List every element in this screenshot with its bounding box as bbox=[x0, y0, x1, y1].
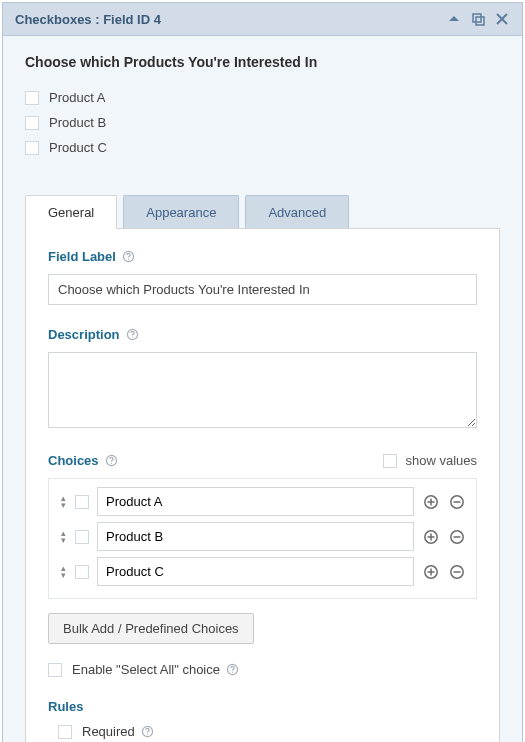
preview-title: Choose which Products You're Interested … bbox=[25, 54, 500, 70]
field-label-heading: Field Label bbox=[48, 249, 477, 264]
add-choice-icon[interactable] bbox=[422, 493, 440, 511]
default-checkbox[interactable] bbox=[75, 565, 89, 579]
svg-point-26 bbox=[232, 672, 233, 673]
preview-option: Product A bbox=[25, 90, 500, 105]
preview-option-label: Product A bbox=[49, 90, 105, 105]
choice-row: ▴▾ bbox=[59, 557, 466, 586]
required-toggle[interactable]: Required bbox=[58, 724, 477, 739]
panel-header: Checkboxes : Field ID 4 bbox=[3, 3, 522, 36]
choices-label-text: Choices bbox=[48, 453, 99, 468]
rules-heading: Rules bbox=[48, 699, 477, 714]
choice-input[interactable] bbox=[97, 487, 414, 516]
checkbox-icon bbox=[58, 725, 72, 739]
help-icon[interactable] bbox=[122, 250, 136, 264]
rules-block: Rules Required bbox=[48, 699, 477, 739]
select-all-label: Enable "Select All" choice bbox=[72, 662, 220, 677]
collapse-icon[interactable] bbox=[446, 11, 462, 27]
description-label-text: Description bbox=[48, 327, 120, 342]
drag-handle-icon[interactable]: ▴▾ bbox=[59, 565, 67, 579]
help-icon[interactable] bbox=[105, 454, 119, 468]
choice-row: ▴▾ bbox=[59, 487, 466, 516]
settings-tabs: General Appearance Advanced bbox=[25, 195, 500, 229]
remove-choice-icon[interactable] bbox=[448, 563, 466, 581]
select-all-toggle[interactable]: Enable "Select All" choice bbox=[48, 662, 477, 677]
remove-choice-icon[interactable] bbox=[448, 493, 466, 511]
svg-point-7 bbox=[132, 337, 133, 338]
choice-row: ▴▾ bbox=[59, 522, 466, 551]
field-label-text: Field Label bbox=[48, 249, 116, 264]
show-values-toggle[interactable]: show values bbox=[383, 453, 477, 468]
tab-advanced[interactable]: Advanced bbox=[245, 195, 349, 229]
default-checkbox[interactable] bbox=[75, 495, 89, 509]
preview-option-label: Product C bbox=[49, 140, 107, 155]
remove-choice-icon[interactable] bbox=[448, 528, 466, 546]
preview-option-label: Product B bbox=[49, 115, 106, 130]
choices-list: ▴▾ ▴▾ ▴▾ bbox=[48, 478, 477, 599]
description-heading: Description bbox=[48, 327, 477, 342]
help-icon[interactable] bbox=[141, 725, 155, 739]
choices-block: Choices show values ▴▾ bbox=[48, 453, 477, 677]
settings-body: Field Label Description Choices bbox=[25, 228, 500, 742]
preview-option: Product B bbox=[25, 115, 500, 130]
add-choice-icon[interactable] bbox=[422, 528, 440, 546]
panel-header-title: Checkboxes : Field ID 4 bbox=[15, 12, 161, 27]
checkbox-icon bbox=[48, 663, 62, 677]
tab-appearance[interactable]: Appearance bbox=[123, 195, 239, 229]
field-label-input[interactable] bbox=[48, 274, 477, 305]
checkbox-icon bbox=[383, 454, 397, 468]
svg-rect-0 bbox=[473, 14, 481, 22]
svg-rect-1 bbox=[476, 17, 484, 25]
svg-point-5 bbox=[128, 259, 129, 260]
show-values-label: show values bbox=[405, 453, 477, 468]
field-panel: Checkboxes : Field ID 4 Choose which Pro… bbox=[2, 2, 523, 742]
preview-option: Product C bbox=[25, 140, 500, 155]
duplicate-icon[interactable] bbox=[470, 11, 486, 27]
add-choice-icon[interactable] bbox=[422, 563, 440, 581]
checkbox-icon[interactable] bbox=[25, 141, 39, 155]
description-textarea[interactable] bbox=[48, 352, 477, 428]
required-label: Required bbox=[82, 724, 135, 739]
help-icon[interactable] bbox=[126, 328, 140, 342]
checkbox-icon[interactable] bbox=[25, 116, 39, 130]
close-icon[interactable] bbox=[494, 11, 510, 27]
field-preview: Choose which Products You're Interested … bbox=[3, 36, 522, 187]
checkbox-icon[interactable] bbox=[25, 91, 39, 105]
default-checkbox[interactable] bbox=[75, 530, 89, 544]
description-block: Description bbox=[48, 327, 477, 431]
field-label-block: Field Label bbox=[48, 249, 477, 305]
svg-point-28 bbox=[147, 734, 148, 735]
choice-input[interactable] bbox=[97, 522, 414, 551]
choices-heading: Choices show values bbox=[48, 453, 477, 468]
help-icon[interactable] bbox=[226, 663, 240, 677]
tab-general[interactable]: General bbox=[25, 195, 117, 229]
bulk-add-button[interactable]: Bulk Add / Predefined Choices bbox=[48, 613, 254, 644]
choice-input[interactable] bbox=[97, 557, 414, 586]
rules-label-text: Rules bbox=[48, 699, 83, 714]
drag-handle-icon[interactable]: ▴▾ bbox=[59, 530, 67, 544]
svg-point-9 bbox=[111, 463, 112, 464]
drag-handle-icon[interactable]: ▴▾ bbox=[59, 495, 67, 509]
panel-header-actions bbox=[446, 11, 510, 27]
